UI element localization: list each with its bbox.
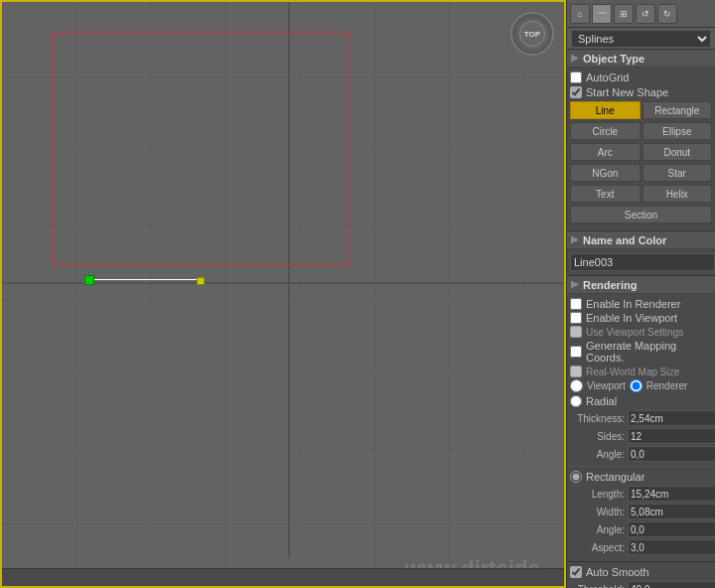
toolbar-grid-btn[interactable]: ⊞ xyxy=(614,4,634,24)
spline-line xyxy=(89,279,201,280)
width-row: Width: ▲ ▼ xyxy=(570,504,712,519)
divider-1 xyxy=(570,466,712,467)
name-color-header[interactable]: Name and Color xyxy=(567,231,715,249)
rectangular-radio[interactable] xyxy=(570,471,582,483)
generate-mapping-checkbox[interactable] xyxy=(570,346,582,358)
sides-input[interactable] xyxy=(628,428,715,444)
threshold-label: Threshold: xyxy=(570,584,625,589)
angle-radial-input[interactable] xyxy=(628,446,715,462)
renderer-radio[interactable] xyxy=(630,379,643,392)
sides-label: Sides: xyxy=(570,431,625,442)
threshold-input[interactable] xyxy=(628,581,715,588)
width-input[interactable] xyxy=(628,504,715,519)
ellipse-btn[interactable]: Ellipse xyxy=(643,122,713,140)
rectangle-btn[interactable]: Rectangle xyxy=(643,101,713,119)
enable-in-viewport-label: Enable In Viewport xyxy=(586,312,677,324)
start-new-shape-checkbox[interactable] xyxy=(570,86,582,98)
line-btn[interactable]: Line xyxy=(570,101,641,119)
real-world-row: Real-World Map Size xyxy=(570,366,712,377)
thickness-row: Thickness: ▲ ▼ xyxy=(570,410,712,426)
section-collapse-icon xyxy=(571,55,579,63)
arc-btn[interactable]: Arc xyxy=(570,143,641,161)
auto-smooth-label: Auto Smooth xyxy=(586,566,649,578)
circle-btn[interactable]: Circle xyxy=(570,122,641,140)
compass-label: TOP xyxy=(519,21,545,47)
vertex-yellow xyxy=(197,277,205,285)
donut-btn[interactable]: Donut xyxy=(643,143,713,161)
vp-renderer-row: Viewport Renderer xyxy=(570,379,712,392)
enable-viewport-row: Enable In Viewport xyxy=(570,312,712,324)
object-type-body: AutoGrid Start New Shape Line Rectangle … xyxy=(567,68,715,230)
right-panel: ⌂ 〰 ⊞ ↺ ↻ Splines Object Type AutoGrid xyxy=(566,0,715,588)
auto-smooth-section: Auto Smooth Threshold: ▲ ▼ xyxy=(567,562,715,588)
angle-radial-label: Angle: xyxy=(570,449,625,460)
enable-in-viewport-checkbox[interactable] xyxy=(570,312,582,324)
autogrid-label: AutoGrid xyxy=(586,72,629,83)
object-type-title: Object Type xyxy=(583,53,644,65)
rendering-body: Enable In Renderer Enable In Viewport Us… xyxy=(567,294,715,561)
autogrid-row: AutoGrid xyxy=(570,72,712,83)
aspect-label: Aspect: xyxy=(570,542,625,553)
enable-renderer-row: Enable In Renderer xyxy=(570,298,712,310)
vertex-green xyxy=(84,275,94,285)
generate-mapping-row: Generate Mapping Coords. xyxy=(570,340,712,364)
object-type-header[interactable]: Object Type xyxy=(567,50,715,68)
use-viewport-settings-checkbox[interactable] xyxy=(570,326,582,338)
rectangular-label: Rectangular xyxy=(586,471,644,483)
enable-in-renderer-label: Enable In Renderer xyxy=(586,298,680,310)
name-color-collapse-icon xyxy=(571,236,579,244)
aspect-input[interactable] xyxy=(628,539,715,555)
viewport-radio-label: Viewport xyxy=(587,380,626,391)
object-type-section: Object Type AutoGrid Start New Shape Lin… xyxy=(567,50,715,231)
radial-radio[interactable] xyxy=(570,395,582,407)
use-viewport-settings-label: Use Viewport Settings xyxy=(586,327,683,338)
name-color-row xyxy=(570,253,712,271)
real-world-label: Real-World Map Size xyxy=(586,367,679,377)
name-color-title: Name and Color xyxy=(583,234,666,246)
real-world-checkbox[interactable] xyxy=(570,366,582,377)
autogrid-checkbox[interactable] xyxy=(570,72,582,83)
auto-smooth-body: Auto Smooth Threshold: ▲ ▼ xyxy=(567,562,715,588)
generate-mapping-label: Generate Mapping Coords. xyxy=(586,340,712,364)
name-color-body xyxy=(567,249,715,275)
angle-radial-row: Angle: ▲ ▼ xyxy=(570,446,712,462)
helix-btn[interactable]: Helix xyxy=(643,185,713,203)
red-rectangle xyxy=(52,32,350,265)
shape-btn-row-3: Arc Donut xyxy=(570,143,712,161)
auto-smooth-row: Auto Smooth xyxy=(570,566,712,578)
auto-smooth-checkbox[interactable] xyxy=(570,566,582,578)
shape-btn-row-5: Text Helix xyxy=(570,185,712,203)
toolbar-redo-btn[interactable]: ↻ xyxy=(657,4,677,24)
viewport[interactable]: TOP www.dirtside... xyxy=(0,0,566,588)
shape-btn-row-1: Line Rectangle xyxy=(570,101,712,119)
angle-rect-input[interactable] xyxy=(628,521,715,537)
toolbar-home-btn[interactable]: ⌂ xyxy=(570,4,590,24)
use-viewport-settings-row: Use Viewport Settings xyxy=(570,326,712,338)
thickness-input[interactable] xyxy=(628,410,715,426)
thickness-label: Thickness: xyxy=(570,413,625,424)
rendering-collapse-icon xyxy=(571,281,579,289)
rendering-section: Rendering Enable In Renderer Enable In V… xyxy=(567,276,715,562)
rendering-title: Rendering xyxy=(583,279,637,291)
viewport-radio[interactable] xyxy=(570,379,583,392)
enable-in-renderer-checkbox[interactable] xyxy=(570,298,582,310)
star-btn[interactable]: Star xyxy=(643,164,713,182)
length-label: Length: xyxy=(570,489,625,500)
angle-rect-label: Angle: xyxy=(570,524,625,535)
renderer-radio-label: Renderer xyxy=(646,380,688,391)
viewport-compass[interactable]: TOP xyxy=(510,12,554,56)
name-color-section: Name and Color xyxy=(567,231,715,276)
start-new-shape-label: Start New Shape xyxy=(586,86,668,98)
text-btn[interactable]: Text xyxy=(570,185,641,203)
toolbar-spline-btn[interactable]: 〰 xyxy=(592,4,612,24)
aspect-row: Aspect: ▲ ▼ 🔒 xyxy=(570,539,712,555)
object-name-input[interactable] xyxy=(570,253,715,271)
panel-toolbar: ⌂ 〰 ⊞ ↺ ↻ xyxy=(567,0,715,28)
length-input[interactable] xyxy=(628,486,715,502)
threshold-row: Threshold: ▲ ▼ xyxy=(570,581,712,588)
category-dropdown[interactable]: Splines xyxy=(571,30,711,48)
rendering-header[interactable]: Rendering xyxy=(567,276,715,294)
ngon-btn[interactable]: NGon xyxy=(570,164,641,182)
toolbar-refresh-btn[interactable]: ↺ xyxy=(636,4,655,24)
section-btn[interactable]: Section xyxy=(570,206,712,223)
